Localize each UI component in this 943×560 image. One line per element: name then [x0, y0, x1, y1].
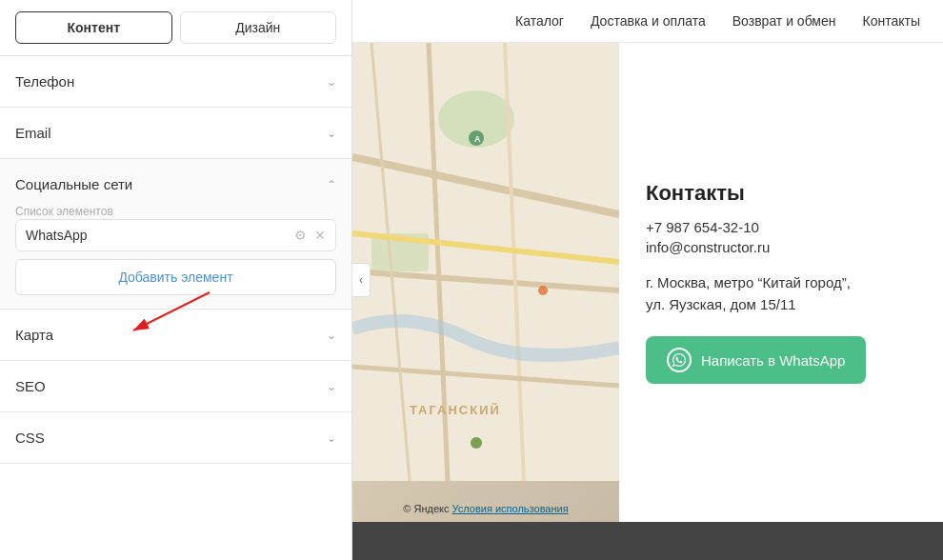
whatsapp-item-label: WhatsApp [26, 228, 294, 243]
map-label: Карта [15, 327, 53, 343]
css-chevron-icon: ⌄ [327, 431, 336, 445]
close-icon[interactable]: ✕ [314, 228, 326, 243]
map-area: ТАГАНСКИЙ A © Яндекс Условия использован… [352, 43, 619, 522]
top-nav: Каталог Доставка и оплата Возврат и обме… [352, 0, 943, 43]
section-seo: SEO ⌄ [0, 361, 351, 412]
svg-text:ТАГАНСКИЙ: ТАГАНСКИЙ [410, 403, 501, 417]
whatsapp-icon [667, 348, 692, 372]
nav-delivery[interactable]: Доставка и оплата [591, 13, 706, 29]
phone-chevron-icon: ⌄ [327, 75, 336, 89]
whatsapp-btn-label: Написать в WhatsApp [701, 352, 845, 369]
map-svg: ТАГАНСКИЙ A [352, 43, 619, 481]
contacts-title: Контакты [646, 181, 916, 206]
social-chevron-icon: ⌃ [327, 178, 336, 191]
phone-label: Телефон [15, 73, 74, 90]
section-email-header[interactable]: Email ⌄ [15, 108, 336, 158]
map-copyright-link[interactable]: Условия использования [452, 503, 569, 514]
whatsapp-button[interactable]: Написать в WhatsApp [646, 336, 866, 384]
social-label: Социальные сети [15, 176, 132, 192]
right-panel: ‹ Каталог Доставка и оплата Возврат и об… [352, 0, 943, 560]
left-panel: Контент Дизайн Телефон ⌄ Email ⌄ Социаль… [0, 0, 352, 560]
section-map: Карта ⌄ [0, 310, 351, 361]
contact-phone: +7 987 654-32-10 [646, 219, 916, 235]
map-chevron-icon: ⌄ [327, 329, 336, 342]
contact-address: г. Москва, метро “Китай город”, ул. Яузс… [646, 272, 916, 315]
section-social-header[interactable]: Социальные сети ⌃ [15, 159, 336, 202]
section-css: CSS ⌄ [0, 412, 351, 464]
section-social: Социальные сети ⌃ Список элементов Whats… [0, 159, 351, 310]
section-seo-header[interactable]: SEO ⌄ [15, 361, 336, 411]
collapse-panel-button[interactable]: ‹ [352, 263, 371, 297]
dark-footer-bar [352, 522, 943, 560]
seo-chevron-icon: ⌄ [327, 380, 336, 393]
tab-design[interactable]: Дизайн [180, 11, 337, 44]
svg-text:A: A [474, 134, 481, 144]
seo-label: SEO [15, 378, 46, 394]
contact-email: info@constructor.ru [646, 239, 916, 255]
nav-contacts[interactable]: Контакты [863, 13, 920, 29]
email-chevron-icon: ⌄ [327, 127, 336, 140]
list-label: Список элементов [15, 202, 336, 219]
map-placeholder: ТАГАНСКИЙ A © Яндекс Условия использован… [352, 43, 619, 522]
css-label: CSS [15, 430, 45, 446]
section-phone: Телефон ⌄ [0, 56, 351, 108]
section-phone-header[interactable]: Телефон ⌄ [15, 56, 336, 107]
tab-content[interactable]: Контент [15, 11, 172, 44]
tabs-container: Контент Дизайн [0, 0, 351, 56]
add-element-button[interactable]: Добавить элемент [15, 259, 336, 295]
svg-point-16 [538, 286, 548, 295]
map-copyright: © Яндекс Условия использования [403, 503, 568, 514]
section-map-header[interactable]: Карта ⌄ [15, 310, 336, 360]
content-area: ТАГАНСКИЙ A © Яндекс Условия использован… [352, 43, 943, 522]
svg-point-15 [471, 437, 482, 449]
section-email: Email ⌄ [0, 108, 351, 159]
email-label: Email [15, 125, 51, 141]
gear-icon[interactable]: ⚙ [294, 228, 307, 243]
contact-info: Контакты +7 987 654-32-10 info@construct… [619, 43, 943, 522]
nav-catalog[interactable]: Каталог [515, 13, 564, 29]
section-css-header[interactable]: CSS ⌄ [15, 412, 336, 463]
nav-returns[interactable]: Возврат и обмен [732, 13, 836, 29]
